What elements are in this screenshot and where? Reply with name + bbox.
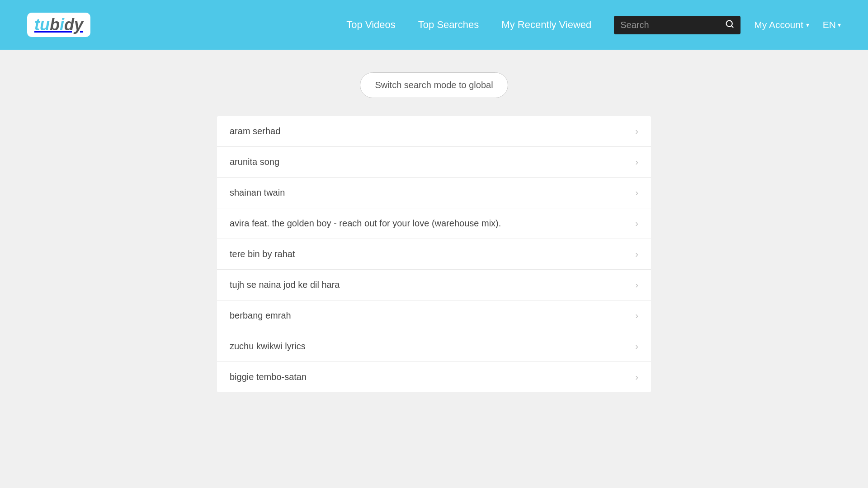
nav-top-searches[interactable]: Top Searches [418, 19, 479, 31]
chevron-right-icon: › [635, 157, 638, 167]
chevron-right-icon: › [635, 280, 638, 290]
language-label: EN [823, 19, 836, 30]
my-account-button[interactable]: My Account ▾ [754, 19, 809, 30]
list-item-text: berbang emrah [230, 310, 291, 321]
main-content: Switch search mode to global aram serhad… [208, 50, 660, 415]
search-button[interactable] [725, 19, 734, 31]
chevron-right-icon: › [635, 341, 638, 352]
list-item[interactable]: biggie tembo-satan› [217, 362, 651, 392]
chevron-right-icon: › [635, 310, 638, 321]
list-item[interactable]: arunita song› [217, 147, 651, 178]
logo-container: tu bidy [27, 13, 90, 37]
nav-links: Top Videos Top Searches My Recently View… [346, 19, 591, 31]
logo-bidy: bidy [50, 15, 83, 34]
chevron-right-icon: › [635, 218, 638, 229]
list-item-text: tere bin by rahat [230, 249, 295, 259]
chevron-right-icon: › [635, 188, 638, 198]
search-icon [725, 19, 734, 28]
search-results-list: aram serhad›arunita song›shainan twain›a… [217, 116, 651, 392]
account-label: My Account [754, 19, 803, 30]
list-item-text: avira feat. the golden boy - reach out f… [230, 218, 501, 229]
list-item-text: biggie tembo-satan [230, 372, 307, 382]
switch-search-mode-button[interactable]: Switch search mode to global [360, 72, 508, 98]
logo-link[interactable]: tu bidy [27, 13, 90, 37]
header: tu bidy Top Videos Top Searches My Recen… [0, 0, 868, 50]
list-item-text: aram serhad [230, 126, 280, 136]
language-chevron-icon: ▾ [838, 21, 841, 28]
search-container [614, 16, 741, 34]
account-chevron-icon: ▾ [806, 21, 809, 28]
list-item-text: arunita song [230, 157, 279, 167]
list-item[interactable]: zuchu kwikwi lyrics› [217, 331, 651, 362]
list-item[interactable]: tere bin by rahat› [217, 239, 651, 270]
nav-top-videos[interactable]: Top Videos [346, 19, 395, 31]
chevron-right-icon: › [635, 372, 638, 382]
list-item-text: zuchu kwikwi lyrics [230, 341, 306, 352]
list-item[interactable]: avira feat. the golden boy - reach out f… [217, 208, 651, 239]
language-button[interactable]: EN ▾ [823, 19, 841, 30]
list-item[interactable]: aram serhad› [217, 116, 651, 147]
chevron-right-icon: › [635, 249, 638, 259]
search-input[interactable] [620, 20, 722, 30]
list-item[interactable]: berbang emrah› [217, 300, 651, 331]
list-item-text: tujh se naina jod ke dil hara [230, 280, 340, 290]
list-item-text: shainan twain [230, 188, 285, 198]
chevron-right-icon: › [635, 126, 638, 136]
logo-tu: tu [34, 15, 50, 34]
nav-recently-viewed[interactable]: My Recently Viewed [501, 19, 591, 31]
svg-line-1 [731, 25, 733, 27]
list-item[interactable]: shainan twain› [217, 178, 651, 208]
list-item[interactable]: tujh se naina jod ke dil hara› [217, 270, 651, 300]
